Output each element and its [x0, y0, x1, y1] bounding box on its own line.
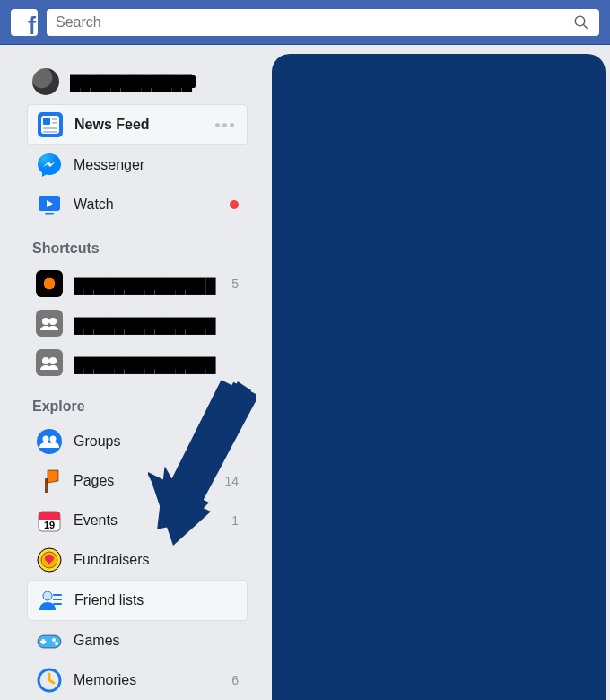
svg-point-25: [43, 591, 52, 600]
facebook-logo[interactable]: f: [11, 9, 38, 36]
news-feed-icon: [37, 111, 64, 138]
svg-rect-4: [43, 118, 50, 125]
count-badge: 5: [231, 276, 239, 291]
svg-rect-7: [43, 127, 57, 129]
svg-point-32: [52, 638, 56, 642]
sidebar-item-groups[interactable]: Groups: [27, 422, 248, 461]
sidebar-item-label: Friend lists: [74, 592, 227, 608]
messenger-icon: [36, 152, 63, 179]
sidebar-item-label: Messenger: [74, 157, 239, 173]
sidebar-item-label: Events: [74, 512, 221, 529]
svg-rect-5: [52, 118, 57, 120]
svg-point-15: [37, 429, 62, 454]
sidebar-item-label: News Feed: [74, 117, 205, 133]
sidebar-item-news-feed[interactable]: News Feed: [27, 104, 248, 145]
group-thumbnail-icon: [36, 270, 63, 297]
svg-line-1: [583, 24, 588, 29]
groups-icon: [36, 428, 63, 455]
svg-rect-8: [43, 131, 57, 133]
sidebar-item-label: Groups: [74, 433, 228, 450]
sidebar-item-events[interactable]: 19 Events 1: [27, 501, 248, 540]
shortcut-label: ██████████████: [74, 318, 208, 329]
ellipsis-icon[interactable]: [215, 123, 238, 127]
shortcut-label: ██████████████: [74, 278, 199, 290]
svg-point-12: [49, 318, 57, 325]
svg-rect-10: [45, 213, 54, 215]
sidebar-item-label: Games: [74, 633, 228, 649]
sidebar-item-watch[interactable]: Watch: [27, 185, 248, 224]
sidebar-item-shortcut[interactable]: ██████████████: [27, 343, 248, 382]
count-badge: 1: [231, 513, 239, 528]
sidebar-item-label: Fundraisers: [74, 552, 228, 568]
svg-rect-26: [53, 594, 62, 596]
section-header-shortcuts: Shortcuts: [27, 224, 248, 264]
svg-rect-31: [40, 641, 46, 643]
count-badge: 14: [224, 474, 239, 488]
svg-point-14: [49, 357, 57, 364]
games-icon: [36, 627, 63, 654]
search-bar[interactable]: [47, 9, 599, 36]
profile-name: ████████████: [70, 75, 196, 88]
shortcut-label: ██████████████: [74, 357, 208, 369]
svg-point-11: [42, 318, 49, 325]
sidebar-item-friend-lists[interactable]: Friend lists: [27, 580, 248, 621]
profile-link[interactable]: ████████████: [27, 63, 248, 104]
sidebar-item-label: Pages: [74, 473, 214, 489]
sidebar-item-messenger[interactable]: Messenger: [27, 145, 248, 185]
memories-icon: [36, 667, 63, 694]
sidebar-item-fundraisers[interactable]: Fundraisers: [27, 540, 248, 580]
svg-point-17: [50, 436, 57, 442]
svg-point-16: [43, 436, 49, 442]
svg-point-13: [42, 357, 49, 364]
svg-rect-6: [52, 122, 57, 124]
events-icon: 19: [36, 507, 63, 534]
friend-lists-icon: [37, 587, 64, 614]
sidebar-item-shortcut[interactable]: ██████████████: [27, 303, 248, 343]
left-sidebar: ████████████ News Feed Messenger Watch S…: [0, 45, 260, 700]
watch-icon: [36, 191, 63, 218]
svg-rect-18: [45, 478, 48, 493]
content-overlay-panel: [272, 54, 606, 700]
group-thumbnail-icon: [36, 310, 63, 337]
svg-rect-27: [53, 599, 62, 600]
svg-rect-28: [53, 603, 62, 605]
fundraisers-icon: [36, 547, 63, 573]
sidebar-item-label: Watch: [74, 197, 219, 213]
svg-text:19: 19: [44, 520, 55, 530]
sidebar-item-memories[interactable]: Memories 6: [27, 661, 248, 700]
count-badge: 6: [231, 673, 239, 687]
group-thumbnail-icon: [36, 349, 63, 376]
search-icon[interactable]: [572, 13, 590, 31]
sidebar-item-pages[interactable]: Pages 14: [27, 461, 248, 501]
notification-dot: [230, 200, 239, 209]
sidebar-item-label: Memories: [74, 672, 221, 688]
svg-point-0: [575, 16, 585, 26]
avatar: [32, 68, 59, 95]
search-input[interactable]: [56, 14, 572, 31]
top-bar: f: [0, 0, 610, 45]
sidebar-item-shortcut[interactable]: ██████████████ 5: [27, 264, 248, 303]
svg-point-33: [55, 642, 58, 645]
sidebar-item-games[interactable]: Games: [27, 621, 248, 661]
section-header-explore: Explore: [27, 382, 248, 422]
pages-icon: [36, 468, 63, 494]
